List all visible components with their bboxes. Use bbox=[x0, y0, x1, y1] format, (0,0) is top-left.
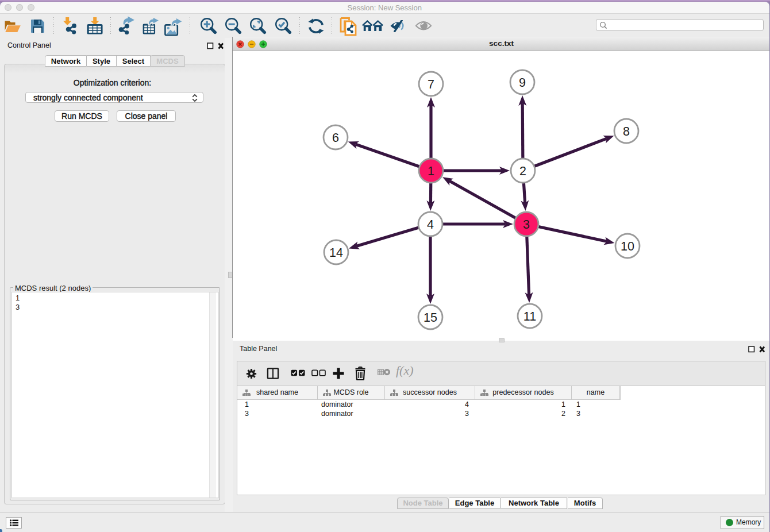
svg-text:11: 11 bbox=[523, 310, 536, 323]
svg-text:8: 8 bbox=[623, 125, 630, 138]
svg-text:7: 7 bbox=[428, 78, 434, 91]
svg-text:14: 14 bbox=[329, 246, 343, 260]
svg-text:15: 15 bbox=[424, 311, 437, 325]
svg-text:9: 9 bbox=[519, 76, 526, 90]
svg-text:3: 3 bbox=[523, 218, 530, 232]
svg-text:1: 1 bbox=[428, 164, 434, 178]
svg-text:10: 10 bbox=[621, 240, 634, 253]
svg-text:6: 6 bbox=[332, 131, 339, 145]
svg-text:4: 4 bbox=[427, 218, 434, 232]
svg-text:2: 2 bbox=[519, 164, 526, 178]
